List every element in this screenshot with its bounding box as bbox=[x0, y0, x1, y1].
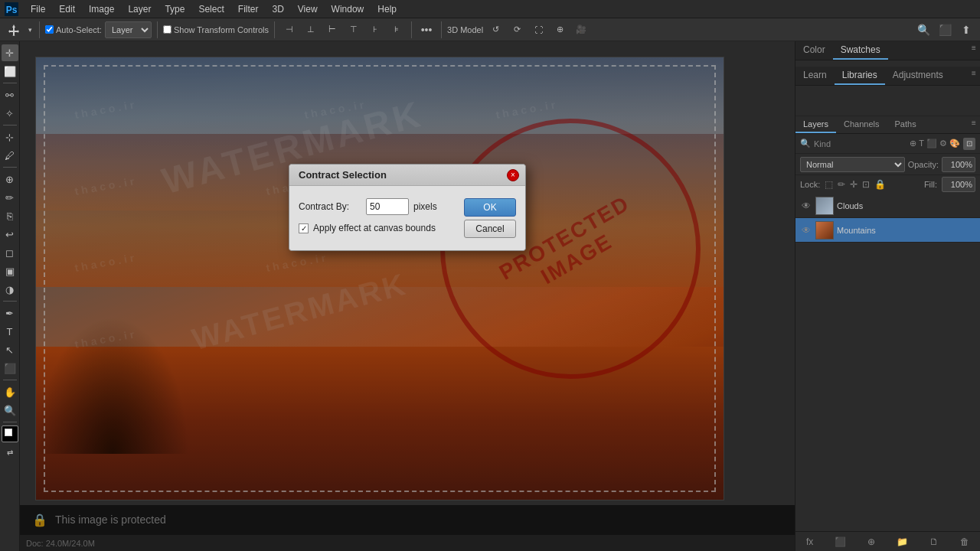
swap-colors-btn[interactable]: ⇄ bbox=[2, 444, 18, 461]
tab-adjustments[interactable]: Adjustments bbox=[885, 67, 951, 85]
learn-libraries-tabs: Learn Libraries Adjustments ≡ bbox=[795, 67, 980, 86]
tool-hand[interactable]: ✋ bbox=[2, 383, 18, 400]
modal-close-btn[interactable]: × bbox=[507, 169, 519, 181]
tool-stamp[interactable]: ⎘ bbox=[2, 207, 18, 224]
tool-select-rect[interactable]: ⬜ bbox=[2, 63, 18, 80]
apply-canvas-bounds-checkbox[interactable] bbox=[299, 223, 309, 233]
menu-3d[interactable]: 3D bbox=[266, 2, 289, 16]
align-left-btn[interactable]: ⊣ bbox=[280, 21, 299, 39]
threed-btn-1[interactable]: ↺ bbox=[486, 21, 505, 39]
panel-collapse-2[interactable]: ≡ bbox=[968, 67, 980, 79]
tool-brush[interactable]: ✏ bbox=[2, 189, 18, 206]
fg-color-swatch[interactable] bbox=[2, 425, 18, 442]
lock-all-icon[interactable]: 🔒 bbox=[874, 179, 886, 190]
pixels-unit: pixels bbox=[413, 201, 437, 212]
fill-input[interactable] bbox=[942, 177, 975, 192]
menu-help[interactable]: Help bbox=[371, 2, 403, 16]
panel-collapse-1[interactable]: ≡ bbox=[968, 41, 980, 54]
tool-eraser[interactable]: ◻ bbox=[2, 244, 18, 261]
new-fill-layer-icon[interactable]: ⊕ bbox=[867, 536, 875, 547]
tool-type[interactable]: T bbox=[2, 323, 18, 340]
autoselect-label: Auto-Select: bbox=[56, 25, 102, 34]
layer-eye-mountains[interactable]: 👁 bbox=[800, 225, 812, 236]
contract-by-input[interactable] bbox=[366, 198, 409, 215]
move-tool-btn[interactable] bbox=[5, 21, 23, 39]
align-bottom-btn[interactable]: ⊧ bbox=[387, 21, 406, 39]
layer-clouds[interactable]: 👁 Clouds bbox=[795, 194, 980, 218]
layers-channels-tabs: Layers Channels Paths ≡ bbox=[795, 116, 980, 134]
tool-pen[interactable]: ✒ bbox=[2, 305, 18, 321]
menu-type[interactable]: Type bbox=[158, 2, 191, 16]
tool-eyedropper[interactable]: 🖊 bbox=[2, 147, 18, 164]
panel-collapse-3[interactable]: ≡ bbox=[968, 116, 980, 129]
lock-transparent-icon[interactable]: ⬚ bbox=[825, 179, 833, 190]
autoselect-checkbox[interactable]: Auto-Select: bbox=[45, 25, 102, 34]
tool-quick-select[interactable]: ✧ bbox=[2, 105, 18, 122]
lock-brush-icon[interactable]: ✏ bbox=[838, 179, 845, 190]
tool-zoom[interactable]: 🔍 bbox=[2, 402, 18, 419]
main-area: ✛ ⬜ ⚯ ✧ ⊹ 🖊 ⊕ ✏ ⎘ ↩ ◻ ▣ ◑ ✒ T ↖ ⬛ ✋ 🔍 ⇄ bbox=[0, 41, 980, 551]
layer-eye-clouds[interactable]: 👁 bbox=[800, 201, 812, 211]
tab-channels[interactable]: Channels bbox=[836, 116, 887, 133]
tool-gradient[interactable]: ▣ bbox=[2, 262, 18, 279]
align-right-btn[interactable]: ⊢ bbox=[323, 21, 341, 39]
align-center-v-btn[interactable]: ⊦ bbox=[366, 21, 384, 39]
align-center-h-btn[interactable]: ⊥ bbox=[302, 21, 320, 39]
canvas-bounds-row: Apply effect at canvas bounds bbox=[299, 223, 458, 233]
threed-model-label: 3D Model bbox=[447, 25, 483, 34]
move-tool-dropdown[interactable]: ▾ bbox=[26, 21, 34, 39]
tool-spot-heal[interactable]: ⊕ bbox=[2, 171, 18, 187]
tool-move[interactable]: ✛ bbox=[2, 44, 18, 61]
tool-crop[interactable]: ⊹ bbox=[2, 129, 18, 145]
tool-lasso[interactable]: ⚯ bbox=[2, 86, 18, 103]
new-layer-icon[interactable]: 🗋 bbox=[929, 536, 939, 547]
menu-image[interactable]: Image bbox=[83, 2, 120, 16]
tool-path-select[interactable]: ↖ bbox=[2, 341, 18, 358]
threed-btn-5[interactable]: 🎥 bbox=[572, 21, 590, 39]
tool-dodge[interactable]: ◑ bbox=[2, 281, 18, 298]
layer-thumb-mountains bbox=[815, 221, 834, 240]
threed-btn-3[interactable]: ⛶ bbox=[529, 21, 547, 39]
show-transform-checkbox[interactable]: Show Transform Controls bbox=[163, 25, 269, 34]
new-group-icon[interactable]: 📁 bbox=[897, 536, 908, 547]
menu-layer[interactable]: Layer bbox=[122, 2, 157, 16]
tab-color[interactable]: Color bbox=[795, 41, 833, 60]
threed-btn-2[interactable]: ⟳ bbox=[508, 21, 526, 39]
share-btn[interactable]: ⬆ bbox=[957, 21, 975, 39]
ok-button[interactable]: OK bbox=[464, 198, 516, 217]
tool-shape[interactable]: ⬛ bbox=[2, 360, 18, 377]
tool-history[interactable]: ↩ bbox=[2, 226, 18, 243]
toolbar-separator-1 bbox=[39, 21, 40, 38]
cancel-button[interactable]: Cancel bbox=[464, 220, 516, 238]
tab-layers[interactable]: Layers bbox=[795, 116, 836, 133]
filter-toggle[interactable]: ⊡ bbox=[963, 138, 975, 150]
tab-paths[interactable]: Paths bbox=[887, 116, 924, 133]
menu-select[interactable]: Select bbox=[192, 2, 230, 16]
menu-window[interactable]: Window bbox=[325, 2, 371, 16]
tab-learn[interactable]: Learn bbox=[795, 67, 835, 85]
lock-position-icon[interactable]: ✛ bbox=[850, 179, 858, 190]
more-options-btn[interactable]: ••• bbox=[417, 21, 436, 39]
opacity-input[interactable] bbox=[942, 157, 975, 172]
threed-btn-4[interactable]: ⊕ bbox=[550, 21, 569, 39]
lock-artboard-icon[interactable]: ⊡ bbox=[862, 179, 870, 190]
tab-swatches[interactable]: Swatches bbox=[833, 41, 888, 60]
align-top-btn[interactable]: ⊤ bbox=[345, 21, 363, 39]
menu-view[interactable]: View bbox=[292, 2, 324, 16]
blend-mode-select[interactable]: Normal Multiply Screen Overlay bbox=[800, 157, 905, 172]
autoselect-type-select[interactable]: Layer Group bbox=[105, 21, 152, 38]
menu-file[interactable]: File bbox=[24, 2, 51, 16]
menu-filter[interactable]: Filter bbox=[232, 2, 265, 16]
menu-edit[interactable]: Edit bbox=[53, 2, 81, 16]
add-style-icon[interactable]: fx bbox=[806, 536, 813, 547]
layer-mountains[interactable]: 👁 Mountains bbox=[795, 218, 980, 243]
search-btn[interactable]: 🔍 bbox=[914, 21, 933, 39]
tab-libraries[interactable]: Libraries bbox=[835, 67, 885, 85]
layers-search-row: 🔍 Kind ⊕ T ⬛ ⚙ 🎨 ⊡ bbox=[795, 134, 980, 154]
autoselect-check-input[interactable] bbox=[45, 25, 54, 34]
workspace-btn[interactable]: ⬛ bbox=[936, 21, 954, 39]
canvas-bounds-label: Apply effect at canvas bounds bbox=[313, 223, 436, 233]
add-mask-icon[interactable]: ⬛ bbox=[835, 536, 846, 547]
delete-layer-icon[interactable]: 🗑 bbox=[960, 536, 969, 547]
transform-check-input[interactable] bbox=[163, 25, 172, 34]
